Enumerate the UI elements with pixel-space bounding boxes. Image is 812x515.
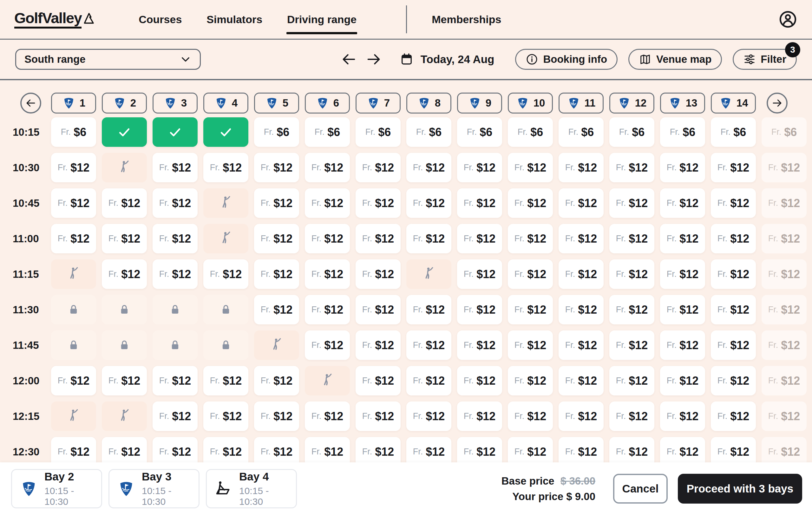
bay-header-14[interactable]: 14 [711,93,756,114]
slot-bay7-11:30[interactable]: Fr.$12 [355,295,401,325]
slot-bay6-11:00[interactable]: Fr.$12 [305,224,350,253]
slot-bay2-11:00[interactable]: Fr.$12 [102,224,147,253]
slot-bay5-12:15[interactable]: Fr.$12 [254,401,299,431]
slot-bay12-12:15[interactable]: Fr.$12 [609,401,655,431]
slot-bay2-10:45[interactable]: Fr.$12 [102,188,147,218]
slot-bay12-10:45[interactable]: Fr.$12 [609,188,655,218]
slot-bay8-12:30[interactable]: Fr.$12 [406,437,452,462]
slot-bay14-12:30[interactable]: Fr.$12 [711,437,756,462]
nav-item-driving-range[interactable]: Driving range [287,13,356,26]
slot-bay10-12:15[interactable]: Fr.$12 [508,401,553,431]
bay-header-4[interactable]: 4 [203,93,249,114]
slot-bay2-12:30[interactable]: Fr.$12 [102,437,147,462]
slot-bay2-12:00[interactable]: Fr.$12 [102,366,147,395]
nav-item-courses[interactable]: Courses [139,13,182,26]
slot-bay13-11:45[interactable]: Fr.$12 [660,330,705,360]
slot-bay12-10:30[interactable]: Fr.$12 [609,153,655,182]
slot-bay5-12:00[interactable]: Fr.$12 [254,366,299,395]
slot-bay5-11:30[interactable]: Fr.$12 [254,295,299,325]
slot-bay9-11:00[interactable]: Fr.$12 [457,224,502,253]
slot-bay3-11:15[interactable]: Fr.$12 [152,260,198,289]
slot-bay8-10:45[interactable]: Fr.$12 [406,188,452,218]
slot-bay6-10:15[interactable]: Fr.$6 [305,117,350,147]
slot-bay1-10:30[interactable]: Fr.$12 [51,153,96,182]
slot-bay2-11:15[interactable]: Fr.$12 [102,260,147,289]
venue-map-button[interactable]: Venue map [628,49,722,70]
slot-bay7-11:45[interactable]: Fr.$12 [355,330,401,360]
selection-card-bay-4[interactable]: Bay 4 10:15 - 10:30 [206,469,297,508]
slot-bay9-11:15[interactable]: Fr.$12 [457,260,502,289]
slot-bay3-10:45[interactable]: Fr.$12 [152,188,198,218]
bay-header-7[interactable]: 7 [355,93,401,114]
scroll-bays-left-button[interactable] [20,93,41,114]
slot-bay7-11:15[interactable]: Fr.$12 [355,260,401,289]
range-select[interactable]: South range [15,49,201,70]
selection-card-bay-3[interactable]: Bay 3 10:15 - 10:30 [109,469,200,508]
slot-bay10-10:45[interactable]: Fr.$12 [508,188,553,218]
slot-bay11-12:00[interactable]: Fr.$12 [558,366,604,395]
slot-bay11-11:00[interactable]: Fr.$12 [558,224,604,253]
slot-bay5-12:30[interactable]: Fr.$12 [254,437,299,462]
slot-bay7-12:00[interactable]: Fr.$12 [355,366,401,395]
slot-bay9-12:30[interactable]: Fr.$12 [457,437,502,462]
bay-header-2[interactable]: 2 [102,93,147,114]
slot-bay10-10:30[interactable]: Fr.$12 [508,153,553,182]
slot-bay3-10:15-selected[interactable] [152,117,198,147]
slot-bay4-11:15[interactable]: Fr.$12 [203,260,249,289]
slot-bay12-10:15[interactable]: Fr.$6 [609,117,655,147]
slot-bay11-11:15[interactable]: Fr.$12 [558,260,604,289]
slot-bay13-10:30[interactable]: Fr.$12 [660,153,705,182]
cancel-button[interactable]: Cancel [613,474,668,504]
bay-header-6[interactable]: 6 [305,93,350,114]
prev-day-arrow-icon[interactable] [341,51,357,67]
slot-bay3-12:15[interactable]: Fr.$12 [152,401,198,431]
booking-info-button[interactable]: Booking info [515,49,617,70]
slot-bay12-11:45[interactable]: Fr.$12 [609,330,655,360]
selection-card-bay-2[interactable]: Bay 2 10:15 - 10:30 [11,469,102,508]
slot-bay10-11:30[interactable]: Fr.$12 [508,295,553,325]
slot-bay6-11:45[interactable]: Fr.$12 [305,330,350,360]
slot-bay14-10:15[interactable]: Fr.$6 [711,117,756,147]
slot-bay14-11:00[interactable]: Fr.$12 [711,224,756,253]
slot-bay8-12:15[interactable]: Fr.$12 [406,401,452,431]
slot-bay12-11:00[interactable]: Fr.$12 [609,224,655,253]
slot-bay4-10:15-selected[interactable] [203,117,249,147]
slot-bay12-11:15[interactable]: Fr.$12 [609,260,655,289]
slot-bay6-10:45[interactable]: Fr.$12 [305,188,350,218]
date-picker[interactable]: Today, 24 Aug [400,52,494,66]
bay-header-1[interactable]: 1 [51,93,96,114]
slot-bay5-10:30[interactable]: Fr.$12 [254,153,299,182]
slot-bay13-11:30[interactable]: Fr.$12 [660,295,705,325]
slot-bay8-11:00[interactable]: Fr.$12 [406,224,452,253]
brand-logo[interactable]: GolfValley [14,10,97,29]
slot-bay4-12:15[interactable]: Fr.$12 [203,401,249,431]
slot-bay3-12:30[interactable]: Fr.$12 [152,437,198,462]
bay-header-11[interactable]: 11 [558,93,604,114]
slot-bay4-10:30[interactable]: Fr.$12 [203,153,249,182]
slot-bay8-12:00[interactable]: Fr.$12 [406,366,452,395]
slot-bay14-10:30[interactable]: Fr.$12 [711,153,756,182]
slot-bay1-11:00[interactable]: Fr.$12 [51,224,96,253]
slot-bay8-10:30[interactable]: Fr.$12 [406,153,452,182]
slot-bay7-12:30[interactable]: Fr.$12 [355,437,401,462]
bay-header-3[interactable]: 3 [152,93,198,114]
slot-bay10-12:00[interactable]: Fr.$12 [508,366,553,395]
slot-bay13-11:15[interactable]: Fr.$12 [660,260,705,289]
slot-bay13-12:15[interactable]: Fr.$12 [660,401,705,431]
slot-bay13-10:15[interactable]: Fr.$6 [660,117,705,147]
slot-bay6-12:30[interactable]: Fr.$12 [305,437,350,462]
slot-bay9-12:15[interactable]: Fr.$12 [457,401,502,431]
slot-bay6-11:30[interactable]: Fr.$12 [305,295,350,325]
slot-bay10-11:15[interactable]: Fr.$12 [508,260,553,289]
bay-header-10[interactable]: 10 [508,93,553,114]
slot-bay8-11:45[interactable]: Fr.$12 [406,330,452,360]
slot-bay11-10:30[interactable]: Fr.$12 [558,153,604,182]
slot-bay9-11:30[interactable]: Fr.$12 [457,295,502,325]
scroll-bays-right-button[interactable] [766,93,788,114]
slot-bay1-12:00[interactable]: Fr.$12 [51,366,96,395]
slot-bay3-12:00[interactable]: Fr.$12 [152,366,198,395]
slot-bay1-12:30[interactable]: Fr.$12 [51,437,96,462]
slot-bay8-10:15[interactable]: Fr.$6 [406,117,452,147]
nav-item-memberships[interactable]: Memberships [432,13,501,26]
slot-bay12-12:00[interactable]: Fr.$12 [609,366,655,395]
